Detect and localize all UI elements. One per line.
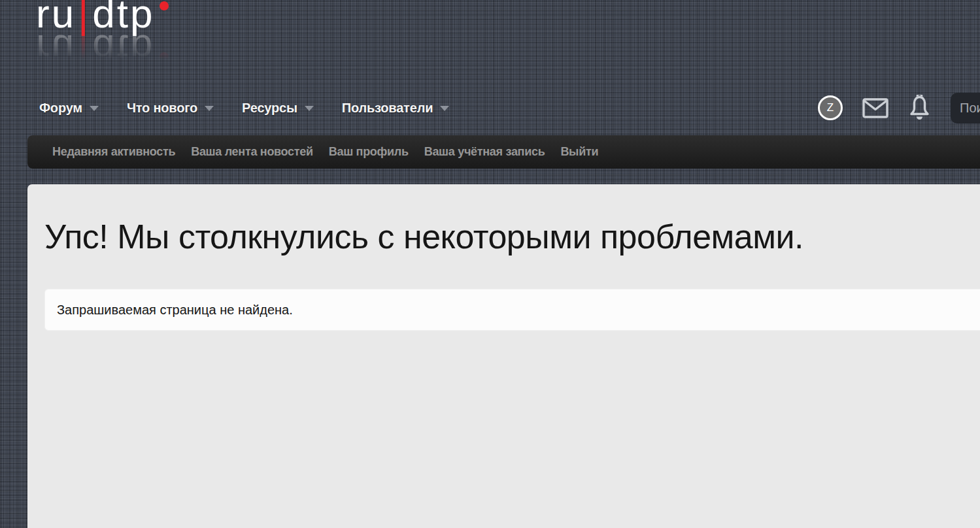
error-message-text: Запрашиваемая страница не найдена.: [57, 303, 293, 318]
chevron-down-icon: [90, 106, 99, 111]
chevron-down-icon: [305, 106, 314, 111]
site-logo-text-left: ru: [36, 0, 76, 36]
nav-item-label: Что нового: [127, 101, 197, 116]
mail-icon: [862, 98, 888, 118]
nav-item-members[interactable]: Пользователи: [342, 101, 449, 116]
search-input[interactable]: Поиск: [951, 93, 980, 124]
nav-item-whats-new[interactable]: Что нового: [127, 101, 214, 116]
error-page-title: Упс! Мы столкнулись с некоторыми проблем…: [44, 217, 980, 256]
subnav-item-news-feed[interactable]: Ваша лента новостей: [191, 145, 313, 159]
subnav-item-recent-activity[interactable]: Недавняя активность: [52, 145, 175, 159]
avatar[interactable]: Z: [818, 95, 843, 120]
page-root: { "logo": { "part1": "ru", "divider": "|…: [0, 0, 980, 528]
site-logo-red-dot: [160, 1, 169, 10]
header-user-area: Z Поиск: [818, 91, 980, 124]
subnav-item-logout[interactable]: Выйти: [560, 145, 598, 159]
subnav-item-your-profile[interactable]: Ваш профиль: [329, 145, 409, 159]
main-navigation: Форум Что нового Ресурсы Пользователи Z: [0, 91, 980, 124]
nav-item-label: Пользователи: [342, 101, 433, 116]
alerts-button[interactable]: [908, 95, 931, 121]
nav-item-forum[interactable]: Форум: [39, 101, 99, 116]
avatar-letter: Z: [827, 101, 834, 114]
site-logo-text-right: dtp: [92, 0, 154, 36]
main-nav-items: Форум Что нового Ресурсы Пользователи: [39, 91, 449, 124]
search-placeholder: Поиск: [960, 101, 980, 116]
bell-icon: [908, 95, 931, 121]
chevron-down-icon: [440, 106, 449, 111]
chevron-down-icon: [205, 106, 214, 111]
nav-item-resources[interactable]: Ресурсы: [242, 101, 314, 116]
nav-item-label: Форум: [39, 101, 82, 116]
messages-button[interactable]: [862, 98, 888, 118]
subnav-item-your-account[interactable]: Ваша учётная запись: [424, 145, 545, 159]
site-logo[interactable]: ru|dtp: [36, 0, 169, 39]
sub-navigation: Недавняя активность Ваша лента новостей …: [27, 135, 980, 169]
site-logo-divider: |: [78, 0, 90, 36]
content-area: Упс! Мы столкнулись с некоторыми проблем…: [27, 184, 980, 528]
nav-item-label: Ресурсы: [242, 101, 297, 116]
error-message-box: Запрашиваемая страница не найдена.: [44, 289, 980, 331]
